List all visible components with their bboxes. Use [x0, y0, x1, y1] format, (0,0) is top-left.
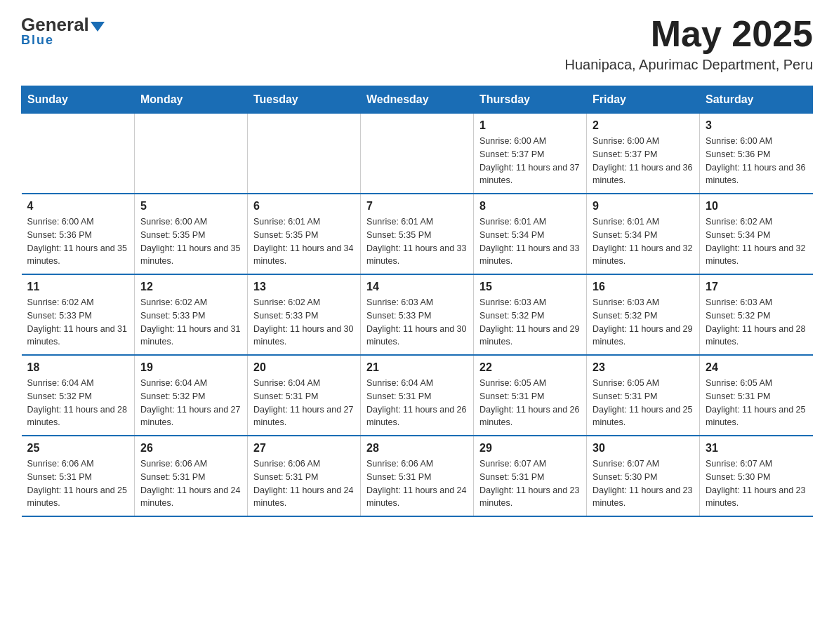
- page-header: General Blue May 2025 Huanipaca, Apurima…: [21, 14, 813, 73]
- day-info: Sunrise: 6:06 AMSunset: 5:31 PMDaylight:…: [140, 457, 241, 510]
- calendar-cell: [22, 114, 135, 194]
- day-info: Sunrise: 6:04 AMSunset: 5:32 PMDaylight:…: [27, 377, 129, 429]
- header-sunday: Sunday: [22, 86, 135, 114]
- day-number: 4: [27, 200, 129, 213]
- calendar-cell: 21Sunrise: 6:04 AMSunset: 5:31 PMDayligh…: [361, 355, 474, 436]
- day-info: Sunrise: 6:06 AMSunset: 5:31 PMDaylight:…: [366, 457, 468, 510]
- day-number: 28: [366, 442, 468, 455]
- day-info: Sunrise: 6:04 AMSunset: 5:32 PMDaylight:…: [140, 377, 241, 429]
- week-row-2: 4Sunrise: 6:00 AMSunset: 5:36 PMDaylight…: [22, 194, 813, 274]
- day-number: 7: [366, 200, 468, 213]
- day-number: 1: [479, 119, 581, 132]
- calendar-cell: 11Sunrise: 6:02 AMSunset: 5:33 PMDayligh…: [22, 274, 135, 355]
- day-info: Sunrise: 6:07 AMSunset: 5:30 PMDaylight:…: [706, 457, 807, 510]
- calendar-cell: [248, 114, 361, 194]
- day-info: Sunrise: 6:06 AMSunset: 5:31 PMDaylight:…: [27, 457, 129, 510]
- day-info: Sunrise: 6:02 AMSunset: 5:33 PMDaylight:…: [253, 296, 355, 349]
- day-info: Sunrise: 6:00 AMSunset: 5:37 PMDaylight:…: [593, 135, 694, 187]
- day-number: 26: [140, 442, 241, 455]
- day-number: 8: [479, 200, 581, 213]
- day-info: Sunrise: 6:04 AMSunset: 5:31 PMDaylight:…: [253, 377, 355, 429]
- calendar-cell: 3Sunrise: 6:00 AMSunset: 5:36 PMDaylight…: [700, 114, 813, 194]
- day-number: 21: [366, 361, 468, 374]
- day-info: Sunrise: 6:05 AMSunset: 5:31 PMDaylight:…: [706, 377, 807, 429]
- logo-blue-text: Blue: [21, 33, 54, 48]
- day-info: Sunrise: 6:01 AMSunset: 5:34 PMDaylight:…: [479, 215, 581, 268]
- calendar-cell: 22Sunrise: 6:05 AMSunset: 5:31 PMDayligh…: [474, 355, 587, 436]
- day-number: 10: [706, 200, 807, 213]
- day-number: 31: [706, 442, 807, 455]
- header-wednesday: Wednesday: [361, 86, 474, 114]
- day-info: Sunrise: 6:07 AMSunset: 5:31 PMDaylight:…: [479, 457, 581, 510]
- day-info: Sunrise: 6:03 AMSunset: 5:32 PMDaylight:…: [706, 296, 807, 349]
- calendar-cell: 9Sunrise: 6:01 AMSunset: 5:34 PMDaylight…: [587, 194, 700, 274]
- day-info: Sunrise: 6:03 AMSunset: 5:32 PMDaylight:…: [479, 296, 581, 349]
- day-number: 16: [593, 281, 694, 293]
- calendar-cell: 27Sunrise: 6:06 AMSunset: 5:31 PMDayligh…: [248, 436, 361, 516]
- calendar-table: SundayMondayTuesdayWednesdayThursdayFrid…: [21, 86, 813, 517]
- day-number: 2: [593, 119, 694, 132]
- header-friday: Friday: [587, 86, 700, 114]
- week-row-4: 18Sunrise: 6:04 AMSunset: 5:32 PMDayligh…: [22, 355, 813, 436]
- day-info: Sunrise: 6:01 AMSunset: 5:35 PMDaylight:…: [366, 215, 468, 268]
- day-info: Sunrise: 6:03 AMSunset: 5:32 PMDaylight:…: [593, 296, 694, 349]
- day-number: 29: [479, 442, 581, 455]
- calendar-cell: 2Sunrise: 6:00 AMSunset: 5:37 PMDaylight…: [587, 114, 700, 194]
- calendar-cell: 13Sunrise: 6:02 AMSunset: 5:33 PMDayligh…: [248, 274, 361, 355]
- day-info: Sunrise: 6:05 AMSunset: 5:31 PMDaylight:…: [593, 377, 694, 429]
- week-row-5: 25Sunrise: 6:06 AMSunset: 5:31 PMDayligh…: [22, 436, 813, 516]
- calendar-cell: 17Sunrise: 6:03 AMSunset: 5:32 PMDayligh…: [700, 274, 813, 355]
- calendar-cell: 18Sunrise: 6:04 AMSunset: 5:32 PMDayligh…: [22, 355, 135, 436]
- day-number: 27: [253, 442, 355, 455]
- day-number: 17: [706, 281, 807, 293]
- logo: General Blue: [21, 14, 105, 48]
- calendar-cell: 1Sunrise: 6:00 AMSunset: 5:37 PMDaylight…: [474, 114, 587, 194]
- calendar-header-row: SundayMondayTuesdayWednesdayThursdayFrid…: [22, 86, 813, 114]
- calendar-cell: 10Sunrise: 6:02 AMSunset: 5:34 PMDayligh…: [700, 194, 813, 274]
- calendar-cell: 30Sunrise: 6:07 AMSunset: 5:30 PMDayligh…: [587, 436, 700, 516]
- day-number: 14: [366, 281, 468, 293]
- day-info: Sunrise: 6:00 AMSunset: 5:36 PMDaylight:…: [27, 215, 129, 268]
- calendar-cell: 24Sunrise: 6:05 AMSunset: 5:31 PMDayligh…: [700, 355, 813, 436]
- day-info: Sunrise: 6:02 AMSunset: 5:33 PMDaylight:…: [27, 296, 129, 349]
- header-thursday: Thursday: [474, 86, 587, 114]
- calendar-cell: 6Sunrise: 6:01 AMSunset: 5:35 PMDaylight…: [248, 194, 361, 274]
- calendar-cell: 12Sunrise: 6:02 AMSunset: 5:33 PMDayligh…: [135, 274, 248, 355]
- day-info: Sunrise: 6:05 AMSunset: 5:31 PMDaylight:…: [479, 377, 581, 429]
- day-number: 30: [593, 442, 694, 455]
- day-number: 22: [479, 361, 581, 374]
- calendar-cell: [135, 114, 248, 194]
- day-number: 15: [479, 281, 581, 293]
- calendar-cell: 5Sunrise: 6:00 AMSunset: 5:35 PMDaylight…: [135, 194, 248, 274]
- day-number: 23: [593, 361, 694, 374]
- header-monday: Monday: [135, 86, 248, 114]
- day-info: Sunrise: 6:00 AMSunset: 5:37 PMDaylight:…: [479, 135, 581, 187]
- calendar-cell: 29Sunrise: 6:07 AMSunset: 5:31 PMDayligh…: [474, 436, 587, 516]
- calendar-cell: 20Sunrise: 6:04 AMSunset: 5:31 PMDayligh…: [248, 355, 361, 436]
- day-number: 11: [27, 281, 129, 293]
- day-number: 18: [27, 361, 129, 374]
- day-number: 13: [253, 281, 355, 293]
- day-info: Sunrise: 6:01 AMSunset: 5:34 PMDaylight:…: [593, 215, 694, 268]
- week-row-3: 11Sunrise: 6:02 AMSunset: 5:33 PMDayligh…: [22, 274, 813, 355]
- calendar-cell: 23Sunrise: 6:05 AMSunset: 5:31 PMDayligh…: [587, 355, 700, 436]
- calendar-cell: 16Sunrise: 6:03 AMSunset: 5:32 PMDayligh…: [587, 274, 700, 355]
- page-subtitle: Huanipaca, Apurimac Department, Peru: [564, 57, 813, 73]
- logo-triangle-icon: [91, 22, 105, 32]
- day-info: Sunrise: 6:04 AMSunset: 5:31 PMDaylight:…: [366, 377, 468, 429]
- calendar-cell: 4Sunrise: 6:00 AMSunset: 5:36 PMDaylight…: [22, 194, 135, 274]
- calendar-cell: 8Sunrise: 6:01 AMSunset: 5:34 PMDaylight…: [474, 194, 587, 274]
- calendar-cell: 19Sunrise: 6:04 AMSunset: 5:32 PMDayligh…: [135, 355, 248, 436]
- calendar-cell: 15Sunrise: 6:03 AMSunset: 5:32 PMDayligh…: [474, 274, 587, 355]
- day-info: Sunrise: 6:06 AMSunset: 5:31 PMDaylight:…: [253, 457, 355, 510]
- calendar-cell: 7Sunrise: 6:01 AMSunset: 5:35 PMDaylight…: [361, 194, 474, 274]
- header-saturday: Saturday: [700, 86, 813, 114]
- day-info: Sunrise: 6:00 AMSunset: 5:36 PMDaylight:…: [706, 135, 807, 187]
- day-number: 6: [253, 200, 355, 213]
- day-info: Sunrise: 6:03 AMSunset: 5:33 PMDaylight:…: [366, 296, 468, 349]
- day-number: 5: [140, 200, 241, 213]
- day-info: Sunrise: 6:02 AMSunset: 5:33 PMDaylight:…: [140, 296, 241, 349]
- calendar-cell: 14Sunrise: 6:03 AMSunset: 5:33 PMDayligh…: [361, 274, 474, 355]
- calendar-cell: [361, 114, 474, 194]
- calendar-cell: 28Sunrise: 6:06 AMSunset: 5:31 PMDayligh…: [361, 436, 474, 516]
